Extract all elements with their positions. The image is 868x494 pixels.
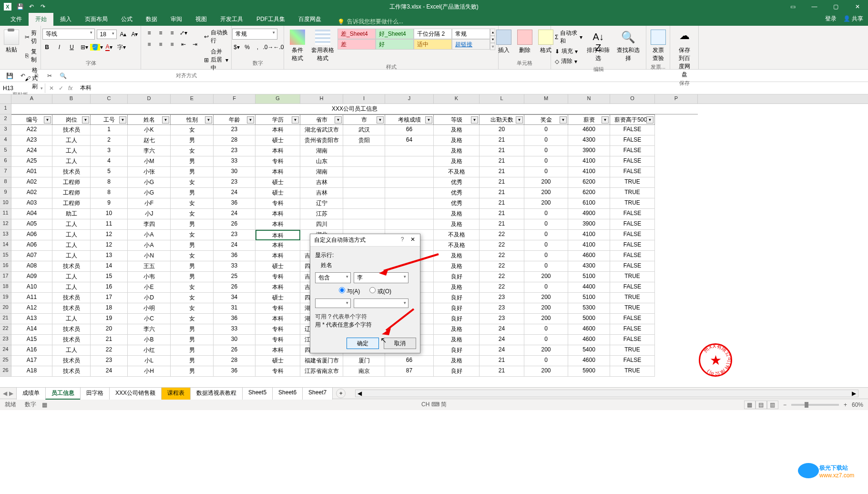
cell[interactable]: 36 [214,251,255,261]
cell[interactable]: 江苏 [300,209,343,219]
cell[interactable]: 本科 [255,282,300,293]
cell[interactable]: 良好 [434,366,480,377]
cell[interactable]: 本科 [255,240,300,251]
cell[interactable]: 小E [128,282,171,293]
cell[interactable]: 21 [480,209,524,219]
cell[interactable]: 24 [480,335,524,345]
cell[interactable]: 小G [128,188,171,198]
cell[interactable]: 小D [128,293,171,303]
cell[interactable]: FALSE [610,219,655,230]
row-header-18[interactable]: 18 [0,282,11,293]
cell[interactable]: 20 [91,324,128,335]
cell[interactable]: 4100 [568,156,610,167]
cell[interactable]: 6100 [568,198,610,209]
close-icon[interactable]: ✕ [847,0,868,13]
normal-view-icon[interactable]: ▦ [744,401,756,409]
row-header-23[interactable]: 23 [0,335,11,345]
cell[interactable]: 0 [524,156,568,167]
cell[interactable]: A06 [11,240,52,251]
cell[interactable]: A02 [11,177,52,188]
cell[interactable]: TRUE [610,366,655,377]
cell[interactable]: 28 [214,135,255,146]
share-button[interactable]: 👤 共享 [843,15,863,23]
cell[interactable]: TRUE [610,345,655,356]
sheet-tab-1[interactable]: 员工信息 [45,387,81,400]
cell[interactable]: FALSE [610,251,655,261]
cell[interactable]: 26 [214,282,255,293]
cell[interactable]: 小N [128,251,171,261]
filter-dropdown-4[interactable]: ▼ [205,116,212,124]
cell[interactable]: 本科 [255,167,300,177]
cell[interactable] [343,146,385,156]
sheet-tab-8[interactable]: Sheet7 [302,387,333,400]
filter-dropdown-3[interactable]: ▼ [162,116,169,124]
cell[interactable]: 专科 [255,156,300,167]
zoom-in-icon[interactable]: + [844,401,847,408]
cell[interactable]: 24 [480,324,524,335]
cell[interactable]: 26 [214,345,255,356]
col-header-C[interactable]: C [91,94,128,103]
ribbon-options-icon[interactable]: ▭ [782,0,804,13]
style-good-sheet4[interactable]: 好_Sheet4 [376,29,414,39]
cell[interactable]: 男 [171,135,214,146]
cell[interactable]: 23 [480,314,524,324]
cell[interactable]: 女 [171,303,214,314]
cell[interactable]: A01 [11,167,52,177]
cell[interactable]: TRUE [610,293,655,303]
tab-data[interactable]: 数据 [139,13,164,26]
cell[interactable]: 及格 [434,324,480,335]
indent-inc-icon[interactable]: ⇥ [190,40,200,49]
row-header-3[interactable]: 3 [0,125,11,135]
cell[interactable]: 15 [91,272,128,282]
cell[interactable]: 28 [214,356,255,366]
cell[interactable]: 0 [524,282,568,293]
tab-dev[interactable]: 开发工具 [214,13,250,26]
cell[interactable]: A07 [11,251,52,261]
cell[interactable]: 工人 [52,240,91,251]
filter-dropdown-11[interactable]: ▼ [516,116,523,124]
cell[interactable]: 女 [171,230,214,240]
cell[interactable]: 33 [214,261,255,272]
table-format-button[interactable]: 套用表格格式 [308,29,337,63]
cell[interactable]: 26 [214,219,255,230]
cell[interactable]: 男 [171,261,214,272]
cell[interactable]: 0 [524,335,568,345]
cell[interactable]: 64 [385,135,434,146]
cell[interactable]: 66 [385,356,434,366]
cell[interactable]: 10 [91,209,128,219]
cell[interactable]: 及格 [434,282,480,293]
style-bad[interactable]: 差 [337,39,376,50]
filter-dropdown-6[interactable]: ▼ [292,116,299,124]
cell[interactable]: 本科 [255,251,300,261]
cell[interactable]: A23 [11,135,52,146]
cell[interactable]: 技术员 [52,303,91,314]
row-header-24[interactable]: 24 [0,345,11,356]
cell[interactable]: 工人 [52,219,91,230]
cell[interactable]: 专科 [255,324,300,335]
cell[interactable]: A25 [11,156,52,167]
cell[interactable]: 5400 [568,345,610,356]
cell[interactable]: 技术员 [52,335,91,345]
cell[interactable]: 0 [524,125,568,135]
row-header-25[interactable]: 25 [0,356,11,366]
cell[interactable]: 0 [524,209,568,219]
cell[interactable]: 23 [214,146,255,156]
col-header-N[interactable]: N [568,94,610,103]
column-header[interactable]: 出勤天数▼ [480,114,524,125]
name-box[interactable]: H13 [0,83,45,93]
cell[interactable]: 江苏省南京市 [300,366,343,377]
cell[interactable]: 四川 [300,219,343,230]
cell[interactable]: 男 [171,272,214,282]
cell[interactable] [385,188,434,198]
cell[interactable]: 及格 [434,209,480,219]
find-select-button[interactable]: 🔍查找和选择 [613,29,643,63]
cell[interactable]: 小K [128,125,171,135]
row-header-20[interactable]: 20 [0,303,11,314]
cell[interactable]: 不及格 [434,167,480,177]
cell[interactable]: 200 [524,293,568,303]
cell[interactable]: 小L [128,356,171,366]
cell[interactable]: 湖北省武汉市 [300,125,343,135]
qat-redo-icon[interactable]: ↷ [38,2,48,11]
cell[interactable]: 技术员 [52,356,91,366]
cell[interactable]: 3900 [568,219,610,230]
